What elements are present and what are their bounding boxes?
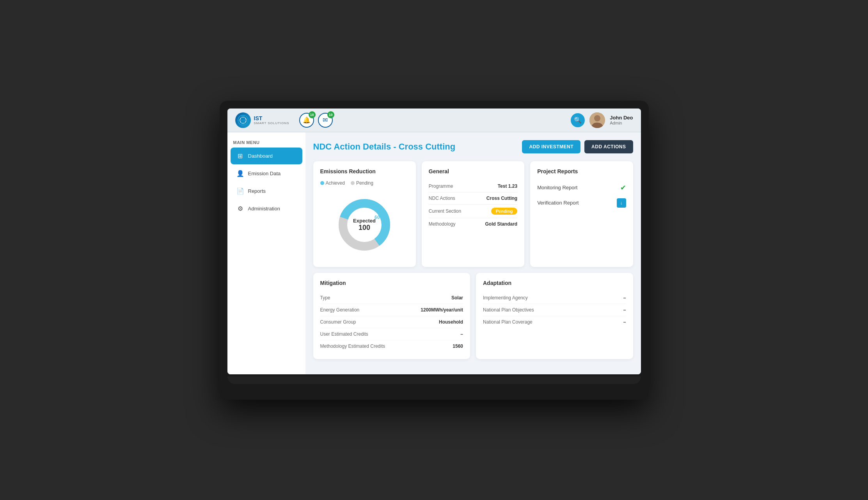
donut-chart: Expected 100 60% — [333, 194, 396, 256]
search-button[interactable]: 🔍 — [571, 113, 585, 127]
sidebar-label-emission: Emission Data — [248, 171, 281, 176]
verification-report-label: Verification Report — [537, 200, 579, 206]
user-role: Admin — [610, 121, 633, 125]
programme-label: Programme — [429, 183, 453, 189]
mitigation-row-method-credits: Methodology Estimated Credits 1560 — [320, 340, 463, 352]
agency-value: – — [623, 295, 626, 301]
energy-value: 1200MWh/year/unit — [421, 307, 463, 313]
ndc-value: Cross Cutting — [486, 196, 517, 201]
coverage-value: – — [623, 319, 626, 325]
general-row-section: Current Section Pending — [429, 205, 517, 218]
general-row-programme: Programme Test 1.23 — [429, 180, 517, 192]
user-name: John Deo — [610, 115, 633, 121]
legend-pending: Pending — [351, 180, 373, 186]
coverage-label: National Plan Coverage — [483, 319, 533, 325]
legend-achieved: Achieved — [320, 180, 345, 186]
donut-chart-container: Expected 100 60% — [320, 190, 409, 260]
method-credits-value: 1560 — [453, 343, 463, 349]
download-icon[interactable]: ↓ — [617, 198, 626, 208]
sidebar: Main Menu ⊞ Dashboard 👤 Emission Data 📄 … — [227, 132, 305, 374]
logo-icon — [235, 112, 251, 128]
type-label: Type — [320, 295, 330, 301]
general-row-ndc: NDC Actions Cross Cutting — [429, 192, 517, 205]
main-layout: Main Menu ⊞ Dashboard 👤 Emission Data 📄 … — [227, 132, 641, 374]
logo-sub: SMART SOLUTIONS — [254, 121, 289, 125]
bottom-cards-row: Mitigation Type Solar Energy Generation … — [313, 273, 633, 359]
sidebar-item-dashboard[interactable]: ⊞ Dashboard — [231, 148, 302, 164]
message-button[interactable]: ✉ 10 — [318, 113, 333, 128]
sidebar-item-reports[interactable]: 📄 Reports — [231, 183, 302, 199]
sidebar-item-emission-data[interactable]: 👤 Emission Data — [231, 165, 302, 182]
general-row-methodology: Methodology Gold Standard — [429, 218, 517, 230]
main-menu-label: Main Menu — [227, 136, 305, 147]
achieved-dot — [320, 181, 324, 185]
methodology-value: Gold Standard — [485, 221, 517, 227]
mitigation-row-user-credits: User Estimated Credits – — [320, 328, 463, 340]
donut-center-value: 100 — [359, 224, 370, 231]
general-card: General Programme Test 1.23 NDC Actions … — [422, 161, 524, 267]
topbar-right: 🔍 John Deo Admin — [571, 112, 633, 128]
method-credits-label: Methodology Estimated Credits — [320, 343, 385, 349]
page-header: NDC Action Details - Cross Cutting ADD I… — [313, 140, 633, 153]
notification-icons: 🔔 10 ✉ 10 — [299, 113, 333, 128]
bell-button[interactable]: 🔔 10 — [299, 113, 314, 128]
emission-data-icon: 👤 — [236, 170, 244, 177]
adaptation-row-agency: Implementing Agency – — [483, 292, 626, 304]
legend-pending-label: Pending — [356, 180, 373, 186]
sidebar-label-admin: Administration — [248, 206, 280, 212]
ndc-label: NDC Actions — [429, 196, 455, 201]
topbar: IST SMART SOLUTIONS 🔔 10 ✉ 10 🔍 — [227, 109, 641, 132]
user-credits-value: – — [460, 331, 463, 337]
mitigation-row-type: Type Solar — [320, 292, 463, 304]
section-label: Current Section — [429, 208, 461, 214]
logo: IST SMART SOLUTIONS — [235, 112, 289, 128]
mitigation-row-energy: Energy Generation 1200MWh/year/unit — [320, 304, 463, 316]
add-actions-button[interactable]: ADD ACTIONS — [584, 140, 633, 153]
type-value: Solar — [451, 295, 463, 301]
methodology-label: Methodology — [429, 221, 456, 227]
add-investment-button[interactable]: ADD INVESTMENT — [522, 140, 580, 153]
adaptation-card: Adaptation Implementing Agency – Nationa… — [476, 273, 633, 359]
objectives-value: – — [623, 307, 626, 313]
mitigation-card: Mitigation Type Solar Energy Generation … — [313, 273, 470, 359]
pending-dot — [351, 181, 355, 185]
user-credits-label: User Estimated Credits — [320, 331, 368, 337]
consumer-value: Household — [439, 319, 463, 325]
svg-point-6 — [594, 115, 600, 121]
message-badge: 10 — [327, 111, 334, 118]
project-reports-title: Project Reports — [537, 168, 626, 174]
donut-center-label: Expected — [353, 218, 376, 224]
check-icon: ✔ — [620, 183, 626, 192]
donut-percentage: 60% — [375, 215, 384, 220]
content-area: NDC Action Details - Cross Cutting ADD I… — [305, 132, 641, 374]
programme-value: Test 1.23 — [498, 183, 517, 189]
consumer-label: Consumer Group — [320, 319, 356, 325]
mitigation-title: Mitigation — [320, 280, 463, 286]
administration-icon: ⚙ — [236, 205, 244, 212]
monitoring-report-label: Monitoring Report — [537, 185, 577, 190]
dashboard-icon: ⊞ — [236, 152, 244, 160]
reports-icon: 📄 — [236, 187, 244, 195]
agency-label: Implementing Agency — [483, 295, 528, 301]
sidebar-label-dashboard: Dashboard — [248, 153, 273, 159]
logo-text: IST — [254, 115, 289, 122]
user-info: John Deo Admin — [610, 115, 633, 125]
general-card-title: General — [429, 168, 517, 174]
header-actions: ADD INVESTMENT ADD ACTIONS — [522, 140, 633, 153]
chart-legend: Achieved Pending — [320, 180, 409, 186]
section-badge: Pending — [491, 208, 517, 215]
emissions-reduction-card: Emissions Reduction Achieved Pending — [313, 161, 416, 267]
sidebar-label-reports: Reports — [248, 188, 266, 194]
legend-achieved-label: Achieved — [326, 180, 345, 186]
sidebar-item-administration[interactable]: ⚙ Administration — [231, 200, 302, 217]
energy-label: Energy Generation — [320, 307, 360, 313]
mitigation-row-consumer: Consumer Group Household — [320, 316, 463, 328]
report-row-monitoring: Monitoring Report ✔ — [537, 180, 626, 195]
bell-badge: 10 — [309, 111, 316, 118]
adaptation-row-objectives: National Plan Objectives – — [483, 304, 626, 316]
emissions-card-title: Emissions Reduction — [320, 168, 409, 174]
report-row-verification: Verification Report ↓ — [537, 195, 626, 211]
adaptation-row-coverage: National Plan Coverage – — [483, 316, 626, 328]
project-reports-card: Project Reports Monitoring Report ✔ Veri… — [530, 161, 633, 267]
laptop-bottom — [227, 376, 641, 384]
